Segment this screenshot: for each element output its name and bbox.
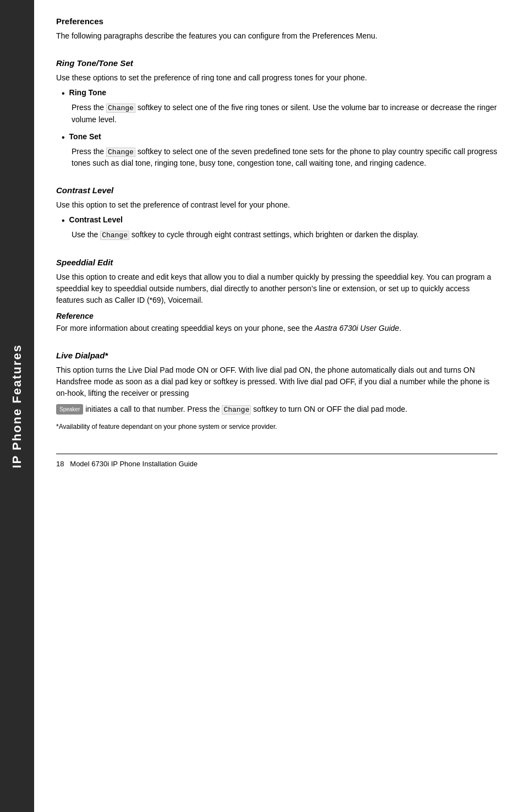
section-ring-tone-para: Use these options to set the preference … (56, 72, 497, 84)
sidebar-label: IP Phone Features (10, 344, 24, 468)
reference-italic: Aastra 6730i User Guide (315, 324, 399, 333)
bullet-icon-tone-set: • (62, 133, 65, 143)
bullet-ring-tone: • Ring Tone (62, 88, 497, 99)
section-live-dialpad: Live Dialpad* This option turns the Live… (56, 351, 497, 432)
footnote: *Availability of feature dependant on yo… (56, 422, 497, 432)
section-speeddial-para: Use this option to create and edit keys … (56, 271, 497, 306)
change-softkey-3: Change (100, 231, 129, 240)
bullet-contrast-desc: Use the Change softkey to cycle through … (72, 229, 497, 241)
bullet-tone-set-label: Tone Set (69, 132, 101, 141)
bullet-contrast-label: Contrast Level (69, 215, 123, 224)
section-ring-tone: Ring Tone/Tone Set Use these options to … (56, 58, 497, 169)
bullet-tone-set-desc: Press the Change softkey to select one o… (72, 146, 497, 170)
section-ring-tone-title: Ring Tone/Tone Set (56, 58, 497, 68)
section-live-dialpad-title: Live Dialpad* (56, 351, 497, 360)
bullet-icon-contrast: • (62, 216, 65, 226)
section-live-dialpad-para2: Speaker initiates a call to that number.… (56, 404, 497, 416)
reference-block: Reference For more information about cre… (56, 312, 497, 334)
bullet-tone-set: • Tone Set (62, 132, 497, 143)
reference-label: Reference (56, 312, 497, 320)
section-preferences-title: Preferences (56, 17, 497, 26)
section-speeddial: Speeddial Edit Use this option to create… (56, 258, 497, 334)
section-speeddial-title: Speeddial Edit (56, 258, 497, 267)
section-contrast-para: Use this option to set the preference of… (56, 199, 497, 211)
bullet-ring-tone-desc: Press the Change softkey to select one o… (72, 102, 497, 126)
footer-title: Model 6730i IP Phone Installation Guide (70, 460, 198, 468)
section-preferences-para: The following paragraphs describe the fe… (56, 30, 497, 42)
footer: 18 Model 6730i IP Phone Installation Gui… (56, 454, 497, 468)
section-live-dialpad-para: This option turns the Live Dial Pad mode… (56, 364, 497, 399)
bullet-contrast: • Contrast Level (62, 215, 497, 226)
change-softkey-4: Change (222, 405, 251, 415)
change-softkey-2: Change (106, 148, 135, 157)
section-preferences: Preferences The following paragraphs des… (56, 17, 497, 42)
bullet-ring-tone-label: Ring Tone (69, 88, 106, 97)
section-contrast-level: Contrast Level Use this option to set th… (56, 186, 497, 241)
reference-text: For more information about creating spee… (56, 323, 497, 334)
sidebar: IP Phone Features (0, 0, 34, 812)
bullet-icon-ring-tone: • (62, 89, 65, 99)
section-contrast-title: Contrast Level (56, 186, 497, 195)
main-content: Preferences The following paragraphs des… (34, 0, 525, 495)
change-softkey-1: Change (106, 103, 135, 113)
footer-page-number: 18 (56, 460, 64, 468)
speaker-button: Speaker (56, 404, 83, 415)
